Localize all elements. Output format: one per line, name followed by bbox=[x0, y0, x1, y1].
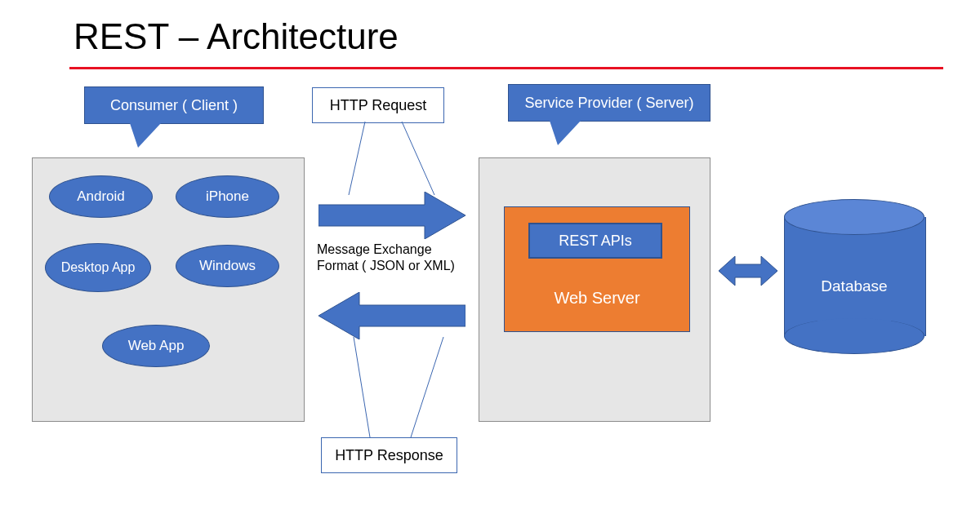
callout-client: Consumer ( Client ) bbox=[84, 86, 264, 124]
svg-marker-5 bbox=[318, 292, 466, 339]
connector-request bbox=[312, 122, 475, 203]
http-response-text: HTTP Response bbox=[335, 447, 443, 464]
client-iphone: iPhone bbox=[176, 175, 279, 218]
client-android: Android bbox=[49, 175, 153, 218]
callout-client-label: Consumer ( Client ) bbox=[110, 97, 238, 114]
rest-apis-label: REST APIs bbox=[559, 233, 632, 250]
page-title: REST – Architecture bbox=[74, 16, 399, 57]
callout-server-label: Service Provider ( Server) bbox=[524, 95, 693, 112]
svg-line-3 bbox=[411, 337, 443, 437]
client-windows: Windows bbox=[176, 245, 279, 287]
database-cylinder: Database bbox=[784, 199, 924, 346]
database-label: Database bbox=[784, 277, 924, 295]
client-iphone-label: iPhone bbox=[206, 189, 249, 205]
svg-marker-4 bbox=[318, 192, 466, 239]
title-underline bbox=[69, 67, 943, 69]
client-desktop: Desktop App bbox=[45, 243, 151, 292]
http-request-label: HTTP Request bbox=[312, 87, 444, 123]
connector-response bbox=[321, 337, 484, 439]
arrow-response-icon bbox=[318, 292, 466, 339]
svg-line-2 bbox=[354, 337, 370, 437]
client-webapp-label: Web App bbox=[128, 339, 185, 354]
callout-tail-icon bbox=[130, 123, 161, 148]
client-android-label: Android bbox=[77, 189, 125, 205]
svg-line-0 bbox=[349, 122, 365, 195]
client-webapp: Web App bbox=[102, 325, 210, 367]
client-desktop-label: Desktop App bbox=[61, 260, 136, 275]
rest-apis-box: REST APIs bbox=[528, 223, 662, 259]
svg-marker-6 bbox=[719, 256, 777, 286]
arrow-request-icon bbox=[318, 192, 466, 239]
database-top bbox=[784, 199, 924, 235]
message-exchange-line2: Format ( JSON or XML) bbox=[317, 258, 455, 274]
message-exchange-text: Message Exchange Format ( JSON or XML) bbox=[317, 241, 455, 274]
message-exchange-line1: Message Exchange bbox=[317, 241, 455, 258]
svg-line-1 bbox=[402, 122, 434, 195]
http-response-label: HTTP Response bbox=[321, 437, 457, 473]
callout-server: Service Provider ( Server) bbox=[508, 84, 710, 122]
client-windows-label: Windows bbox=[199, 259, 256, 274]
web-server-label: Web Server bbox=[505, 289, 689, 308]
database-bottom bbox=[784, 318, 924, 354]
callout-tail-icon bbox=[550, 121, 581, 145]
arrow-bidirectional-icon bbox=[719, 255, 777, 287]
http-request-text: HTTP Request bbox=[330, 97, 427, 114]
